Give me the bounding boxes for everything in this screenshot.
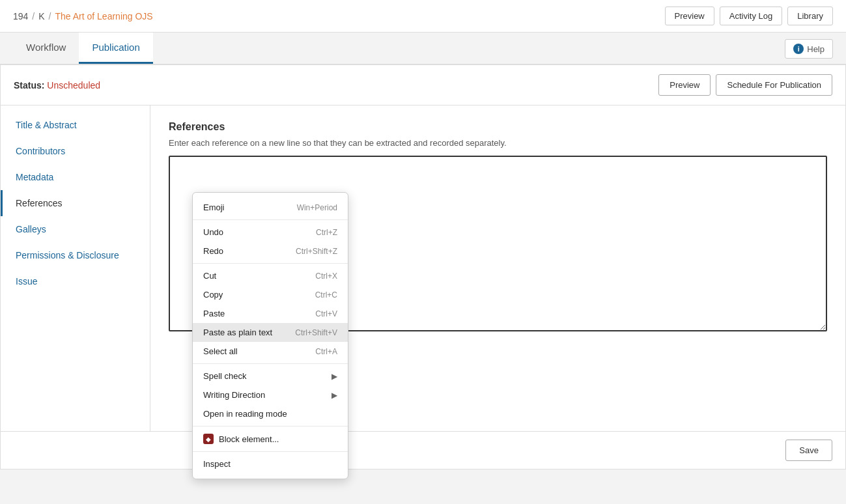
ctx-writing-direction[interactable]: Writing Direction ▶ xyxy=(193,385,348,404)
breadcrumb-num: 194 xyxy=(13,11,28,21)
context-menu-section-clipboard: Cut Ctrl+X Copy Ctrl+C Paste Ctrl+V Past… xyxy=(193,264,348,364)
ctx-spell-check[interactable]: Spell check ▶ xyxy=(193,367,348,385)
preview-button-status[interactable]: Preview xyxy=(658,74,711,96)
top-bar-actions: Preview Activity Log Library xyxy=(665,7,833,25)
status-text: Status: Unscheduled xyxy=(14,80,100,91)
sidebar-item-metadata[interactable]: Metadata xyxy=(1,164,150,190)
top-bar: 194 / K / The Art of Learning OJS Previe… xyxy=(0,0,846,33)
breadcrumb: 194 / K / The Art of Learning OJS xyxy=(13,11,153,21)
preview-button-top[interactable]: Preview xyxy=(665,7,714,25)
status-bar: Status: Unscheduled Preview Schedule For… xyxy=(1,65,845,105)
sidebar-item-permissions-disclosure[interactable]: Permissions & Disclosure xyxy=(1,242,150,268)
sidebar-item-references[interactable]: References xyxy=(1,190,150,216)
ctx-block-element[interactable]: ◆ Block element... xyxy=(193,429,348,449)
schedule-for-publication-button[interactable]: Schedule For Publication xyxy=(716,74,832,96)
sidebar: Title & Abstract Contributors Metadata R… xyxy=(1,105,150,431)
library-button[interactable]: Library xyxy=(787,7,833,25)
ctx-select-all[interactable]: Select all Ctrl+A xyxy=(193,342,348,361)
main-layout: Title & Abstract Contributors Metadata R… xyxy=(1,105,845,431)
sidebar-item-title-abstract[interactable]: Title & Abstract xyxy=(1,112,150,138)
status-bar-actions: Preview Schedule For Publication xyxy=(658,74,832,96)
sidebar-item-galleys[interactable]: Galleys xyxy=(1,216,150,242)
content-area: Status: Unscheduled Preview Schedule For… xyxy=(0,64,846,469)
breadcrumb-letter: K xyxy=(38,11,44,21)
ctx-emoji[interactable]: Emoji Win+Period xyxy=(193,198,348,217)
help-button[interactable]: i Help xyxy=(785,39,833,59)
ctx-cut[interactable]: Cut Ctrl+X xyxy=(193,266,348,285)
context-menu: Emoji Win+Period Undo Ctrl+Z Redo Ctrl+S… xyxy=(192,192,348,469)
help-icon: i xyxy=(793,44,804,54)
references-section-title: References xyxy=(169,121,827,133)
tab-bar: Workflow Publication i Help xyxy=(0,33,846,64)
tab-publication[interactable]: Publication xyxy=(79,33,152,64)
sidebar-item-issue[interactable]: Issue xyxy=(1,268,150,294)
tab-workflow[interactable]: Workflow xyxy=(13,33,79,64)
activity-log-button[interactable]: Activity Log xyxy=(720,7,782,25)
context-menu-section-tools: Spell check ▶ Writing Direction ▶ Open i… xyxy=(193,364,348,427)
ctx-copy[interactable]: Copy Ctrl+C xyxy=(193,285,348,304)
references-section-desc: Enter each reference on a new line so th… xyxy=(169,138,827,148)
status-value: Unscheduled xyxy=(47,80,100,91)
status-label: Status: xyxy=(14,80,44,91)
context-menu-section-inspect: Inspect xyxy=(193,452,348,469)
ctx-inspect[interactable]: Inspect xyxy=(193,455,348,469)
ctx-paste[interactable]: Paste Ctrl+V xyxy=(193,304,348,323)
breadcrumb-sep1: / xyxy=(32,11,35,21)
context-menu-section-emoji: Emoji Win+Period xyxy=(193,195,348,220)
tabs: Workflow Publication xyxy=(13,33,153,64)
ctx-redo[interactable]: Redo Ctrl+Shift+Z xyxy=(193,242,348,260)
shield-icon: ◆ xyxy=(203,434,214,444)
context-menu-section-undoredo: Undo Ctrl+Z Redo Ctrl+Shift+Z xyxy=(193,220,348,264)
ctx-undo[interactable]: Undo Ctrl+Z xyxy=(193,223,348,242)
sidebar-item-contributors[interactable]: Contributors xyxy=(1,138,150,164)
ctx-paste-plain[interactable]: Paste as plain text Ctrl+Shift+V xyxy=(193,323,348,342)
ctx-reading-mode[interactable]: Open in reading mode xyxy=(193,404,348,423)
breadcrumb-sep2: / xyxy=(49,11,51,21)
save-button[interactable]: Save xyxy=(785,440,832,461)
context-menu-section-block: ◆ Block element... xyxy=(193,427,348,452)
save-bar: Save xyxy=(1,431,845,469)
breadcrumb-article[interactable]: The Art of Learning OJS xyxy=(55,11,152,21)
